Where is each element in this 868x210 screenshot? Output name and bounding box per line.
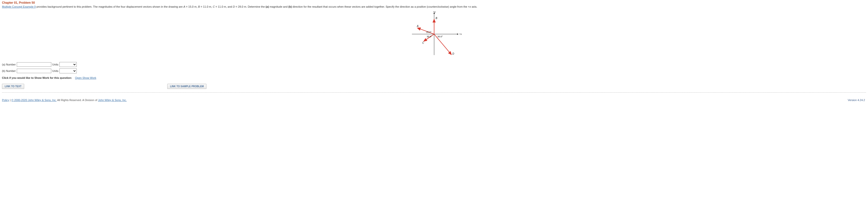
footer-mid: All Rights Reserved. A Division of bbox=[57, 99, 98, 102]
answer-b-units-select[interactable] bbox=[59, 69, 77, 73]
policy-link[interactable]: Policy bbox=[2, 99, 9, 102]
angle-B-label: 35.0° bbox=[427, 35, 432, 38]
copyright-link-2[interactable]: John Wiley & Sons, Inc. bbox=[98, 99, 127, 102]
version-label: Version 4.24.2 bbox=[848, 99, 865, 102]
answer-a-label: (a) Number bbox=[2, 63, 16, 66]
angle-A-label: 20.0° bbox=[426, 31, 432, 33]
answer-row-a: (a) Number Units bbox=[2, 62, 866, 67]
text: = 11.0 m, and bbox=[215, 5, 233, 8]
open-show-work-link[interactable]: Open Show Work bbox=[75, 76, 96, 79]
vector-diagram: 20.0° 35.0° 50.0° A B C D +y +x bbox=[2, 10, 866, 58]
footer-sep: | bbox=[9, 99, 11, 102]
text: = 28.0 m. Determine the bbox=[235, 5, 266, 8]
svg-line-3 bbox=[417, 28, 434, 34]
answer-b-label: (b) Number bbox=[2, 70, 16, 72]
answer-b-number-input[interactable] bbox=[17, 69, 51, 73]
vec-A-label: A bbox=[416, 25, 418, 27]
answer-a-units-select[interactable] bbox=[59, 62, 77, 67]
text: provides background pertinent to this pr… bbox=[36, 5, 183, 8]
var-A: A bbox=[183, 5, 185, 8]
plus-y-label: +y bbox=[433, 10, 436, 13]
vec-C-label: C bbox=[422, 42, 424, 44]
link-to-text-button[interactable]: LINK TO TEXT bbox=[2, 84, 24, 89]
link-to-sample-problem-button[interactable]: LINK TO SAMPLE PROBLEM bbox=[167, 84, 207, 89]
copyright-link-1[interactable]: © 2000-2020 John Wiley & Sons, Inc. bbox=[11, 99, 57, 102]
footer: Policy | © 2000-2020 John Wiley & Sons, … bbox=[2, 99, 866, 102]
text: = 11.0 m, bbox=[200, 5, 213, 8]
show-work-prefix: Click if you would like to Show Work for… bbox=[2, 76, 72, 79]
part-b-label: (b) bbox=[288, 5, 292, 8]
answer-a-number-input[interactable] bbox=[17, 62, 51, 67]
text: magnitude and bbox=[269, 5, 288, 8]
vec-D-label: D bbox=[453, 52, 454, 55]
part-a-label: (a) bbox=[266, 5, 269, 8]
text: = 15.0 m, bbox=[185, 5, 198, 8]
var-C: C bbox=[213, 5, 215, 8]
plus-x-label: +x bbox=[459, 33, 462, 35]
answer-a-units-label: Units bbox=[52, 63, 58, 66]
show-work-row: Click if you would like to Show Work for… bbox=[2, 76, 866, 79]
concept-example-link[interactable]: Multiple Concept Example 9 bbox=[2, 5, 36, 8]
problem-statement: Multiple Concept Example 9 provides back… bbox=[2, 5, 866, 9]
angle-D-label: 50.0° bbox=[438, 35, 443, 38]
vec-B-label: B bbox=[436, 17, 437, 20]
chapter-problem-title: Chapter 01, Problem 50 bbox=[2, 1, 866, 4]
answer-b-units-label: Units bbox=[52, 70, 58, 72]
text: direction for the resultant that occurs … bbox=[292, 5, 470, 8]
answer-row-b: (b) Number Units bbox=[2, 69, 866, 73]
text: axis. bbox=[471, 5, 477, 8]
